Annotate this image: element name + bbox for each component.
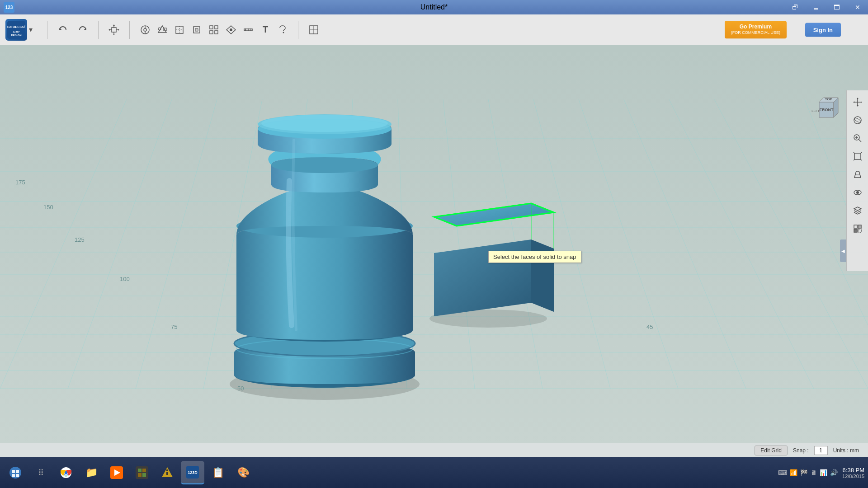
- taskbar: ⠿ 📁: [0, 457, 868, 488]
- zoom-button[interactable]: [849, 130, 866, 146]
- paint-button[interactable]: 🎨: [231, 461, 255, 484]
- unknown-app-button[interactable]: [156, 461, 179, 484]
- system-tray: ⌨ 📶 🏁 🖥 📊 🔊: [778, 469, 838, 476]
- svg-text:AUTODESK®: AUTODESK®: [7, 25, 25, 28]
- svg-rect-132: [858, 229, 861, 232]
- view-tool[interactable]: [306, 22, 322, 38]
- svg-text:LEFT: LEFT: [811, 109, 820, 113]
- svg-rect-137: [16, 474, 19, 477]
- viewport[interactable]: 175 150 125 100 75 50 45 Select the face…: [0, 45, 868, 443]
- svg-rect-37: [0, 45, 868, 443]
- svg-rect-146: [138, 473, 142, 477]
- sketch-tool[interactable]: [137, 22, 153, 38]
- start-button[interactable]: [4, 461, 27, 484]
- svg-text:45: 45: [646, 324, 653, 330]
- signal-icon: 📊: [820, 469, 827, 476]
- svg-rect-143: [136, 466, 148, 479]
- svg-rect-147: [142, 473, 146, 477]
- materials-button[interactable]: [849, 221, 866, 237]
- apps-grid-button[interactable]: ⠿: [29, 461, 52, 484]
- svg-marker-10: [113, 34, 115, 35]
- svg-text:DESIGN: DESIGN: [11, 34, 21, 37]
- svg-line-118: [854, 152, 854, 153]
- toolbar-separator-1: [47, 21, 47, 39]
- app-logo: AUTODESK® 123D° DESIGN: [5, 19, 27, 41]
- svg-rect-4: [112, 28, 116, 32]
- titlebar-left: 123: [4, 0, 14, 14]
- toolbar-separator-3: [129, 21, 130, 39]
- sticky-notes-button[interactable]: 📋: [206, 461, 230, 484]
- svg-rect-135: [16, 470, 19, 473]
- panel-collapse-handle[interactable]: ◀: [840, 239, 846, 262]
- volume-icon: 🔊: [830, 469, 838, 476]
- svg-marker-82: [531, 239, 554, 312]
- clock-time: 6:38 PM: [842, 467, 864, 474]
- svg-point-28: [230, 28, 232, 31]
- maximize-button[interactable]: 🗖: [826, 0, 847, 14]
- text-tool[interactable]: T: [257, 22, 274, 38]
- svg-text:125: 125: [75, 236, 85, 243]
- svg-line-119: [861, 152, 862, 153]
- status-bar: Edit Grid Snap : Units : mm: [0, 443, 868, 457]
- svg-marker-108: [857, 105, 859, 107]
- undo-button[interactable]: [55, 22, 71, 38]
- snap-value-input[interactable]: [814, 446, 828, 455]
- go-premium-button[interactable]: Go Premium (FOR COMMERCIAL USE): [725, 21, 787, 38]
- svg-rect-150: [166, 469, 168, 471]
- construct-tool[interactable]: [171, 22, 188, 38]
- logo-area: AUTODESK® 123D° DESIGN ▾: [5, 19, 33, 41]
- view-cube[interactable]: TOP FRONT LEFT: [810, 94, 843, 127]
- perspective-button[interactable]: [849, 166, 866, 183]
- modeling-tools: T: [137, 22, 291, 38]
- sign-in-button[interactable]: Sign In: [805, 23, 841, 37]
- windows-icon: 🏁: [800, 469, 808, 476]
- measure-tool[interactable]: [240, 22, 256, 38]
- svg-marker-12: [118, 29, 119, 31]
- orbit-button[interactable]: [849, 112, 866, 128]
- toolbar-separator-2: [98, 21, 99, 39]
- svg-marker-17: [158, 26, 166, 33]
- chrome-button[interactable]: [54, 461, 78, 484]
- layers-button[interactable]: [849, 202, 866, 219]
- monitor-icon: 🖥: [811, 469, 817, 476]
- help-tool[interactable]: [274, 22, 291, 38]
- clock-date: 12/8/2015: [842, 474, 864, 479]
- svg-marker-9: [113, 24, 115, 26]
- svg-text:123D°: 123D°: [13, 30, 20, 33]
- file-explorer-button[interactable]: 📁: [80, 461, 103, 484]
- toolbar-separator-4: [298, 21, 298, 39]
- visibility-button[interactable]: [849, 184, 866, 201]
- svg-text:FRONT: FRONT: [820, 108, 834, 112]
- toolbar: AUTODESK® 123D° DESIGN ▾: [0, 14, 868, 45]
- svg-line-121: [861, 160, 862, 160]
- minimize-button[interactable]: 🗕: [806, 0, 826, 14]
- svg-line-120: [854, 160, 854, 160]
- 123d-design-button[interactable]: 123D: [181, 461, 204, 484]
- media-player-button[interactable]: [105, 461, 128, 484]
- svg-text:175: 175: [15, 179, 25, 186]
- svg-rect-149: [166, 472, 168, 475]
- logo-dropdown[interactable]: ▾: [29, 25, 33, 34]
- close-button[interactable]: ✕: [847, 0, 868, 14]
- restore-button[interactable]: 🗗: [785, 0, 806, 14]
- svg-text:75: 75: [171, 324, 177, 330]
- svg-rect-26: [215, 31, 218, 34]
- redo-button[interactable]: [75, 22, 91, 38]
- edit-grid-button[interactable]: Edit Grid: [755, 446, 788, 455]
- snap-tool[interactable]: [223, 22, 239, 38]
- pan-button[interactable]: [849, 94, 866, 110]
- window-controls: 🗗 🗕 🗖 ✕: [785, 0, 868, 14]
- svg-line-114: [859, 140, 861, 142]
- svg-text:150: 150: [43, 204, 53, 211]
- taskbar-right: ⌨ 📶 🏁 🖥 📊 🔊 6:38 PM 12/8/2015: [778, 467, 864, 479]
- minecraft-button[interactable]: [130, 461, 154, 484]
- modify-tool[interactable]: [189, 22, 205, 38]
- pattern-tool[interactable]: [206, 22, 222, 38]
- transform-tool[interactable]: [106, 22, 122, 38]
- fit-view-button[interactable]: [849, 148, 866, 164]
- system-clock: 6:38 PM 12/8/2015: [842, 467, 864, 479]
- snap-tooltip: Select the faces of solid to snap: [488, 251, 581, 263]
- primitives-tool[interactable]: [154, 22, 170, 38]
- svg-rect-25: [210, 31, 213, 34]
- app-icon: 123: [4, 2, 14, 13]
